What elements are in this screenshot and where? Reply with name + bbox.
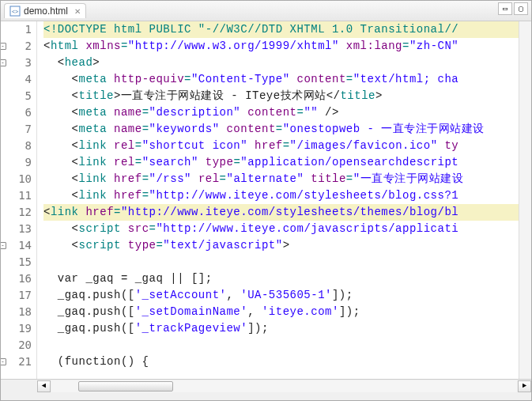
overview-ruler[interactable] (519, 21, 531, 379)
svg-text:<>: <> (12, 9, 18, 14)
line-number: 8 (1, 138, 32, 154)
scroll-right-button[interactable]: ► (518, 380, 531, 392)
scroll-track[interactable] (51, 380, 517, 392)
code-line[interactable]: <meta name="keywords" content="onestopwe… (43, 121, 519, 138)
fold-toggle-icon[interactable]: - (0, 43, 6, 50)
code-area[interactable]: <!DOCTYPE html PUBLIC "-//W3C//DTD XHTML… (37, 21, 519, 379)
code-line[interactable]: <link rel="shortcut icon" href="/images/… (43, 138, 519, 154)
code-line[interactable]: <link href="/rss" rel="alternate" title=… (43, 171, 519, 187)
line-number: 1 (1, 21, 32, 38)
line-number: 5 (1, 88, 32, 104)
horizontal-scrollbar: ◄ ► (1, 379, 531, 392)
line-number: 14- (1, 237, 32, 254)
line-number: 11 (1, 187, 32, 204)
line-number: 9 (1, 154, 32, 171)
line-number: 18 (1, 304, 32, 320)
code-line[interactable]: <head> (43, 55, 519, 71)
line-number: 4 (1, 71, 32, 88)
minimize-button[interactable]: ▭ (498, 2, 512, 15)
code-line[interactable]: <link href="http://www.iteye.com/stylesh… (43, 187, 519, 204)
line-number: 16 (1, 270, 32, 287)
line-number: 21- (1, 354, 32, 370)
line-number: 2- (1, 38, 32, 55)
scroll-thumb[interactable] (78, 381, 173, 392)
html-file-icon: <> (9, 6, 21, 17)
maximize-button[interactable]: ▢ (514, 2, 528, 15)
line-number: 12 (1, 204, 32, 221)
code-line[interactable]: _gaq.push(['_trackPageview']); (43, 320, 519, 337)
line-number: 7 (1, 121, 32, 138)
code-line[interactable]: <meta name="description" content="" /> (43, 104, 519, 121)
code-line[interactable]: <script type="text/javascript"> (43, 237, 519, 254)
line-number: 17 (1, 287, 32, 304)
tab-bar: <> demo.html ✕ ▭ ▢ (1, 1, 531, 21)
code-line[interactable]: <link href="http://www.iteye.com/stylesh… (43, 204, 519, 221)
editor: 12-3-4567891011121314-15161718192021- <!… (1, 21, 531, 379)
line-number-gutter: 12-3-4567891011121314-15161718192021- (1, 21, 37, 379)
code-line[interactable]: <title>一直专注于网站建设 - ITeye技术网站</title> (43, 88, 519, 104)
code-line[interactable]: <meta http-equiv="Content-Type" content=… (43, 71, 519, 88)
code-line[interactable]: <script src="http://www.iteye.com/javasc… (43, 221, 519, 237)
scroll-left-button[interactable]: ◄ (37, 380, 51, 392)
line-number: 19 (1, 320, 32, 337)
fold-toggle-icon[interactable]: - (0, 59, 6, 66)
line-number: 10 (1, 171, 32, 187)
code-line[interactable] (43, 337, 519, 354)
line-number: 20 (1, 337, 32, 354)
line-number: 15 (1, 254, 32, 270)
code-line[interactable]: _gaq.push(['_setAccount', 'UA-535605-1']… (43, 287, 519, 304)
tab-label: demo.html (24, 6, 68, 17)
code-line[interactable]: (function() { (43, 354, 519, 370)
line-number: 3- (1, 55, 32, 71)
code-line[interactable]: <link rel="search" type="application/ope… (43, 154, 519, 171)
code-line[interactable]: <!DOCTYPE html PUBLIC "-//W3C//DTD XHTML… (43, 21, 519, 38)
tab-close-icon[interactable]: ✕ (74, 7, 81, 16)
file-tab[interactable]: <> demo.html ✕ (4, 3, 86, 18)
code-line[interactable]: <html xmlns="http://www.w3.org/1999/xhtm… (43, 38, 519, 55)
code-line[interactable]: var _gaq = _gaq || []; (43, 270, 519, 287)
code-line[interactable]: _gaq.push(['_setDomainName', 'iteye.com'… (43, 304, 519, 320)
fold-toggle-icon[interactable]: - (0, 358, 6, 365)
line-number: 6 (1, 104, 32, 121)
line-number: 13 (1, 221, 32, 237)
window-controls: ▭ ▢ (498, 2, 528, 15)
code-line[interactable] (43, 254, 519, 270)
fold-toggle-icon[interactable]: - (0, 242, 6, 249)
